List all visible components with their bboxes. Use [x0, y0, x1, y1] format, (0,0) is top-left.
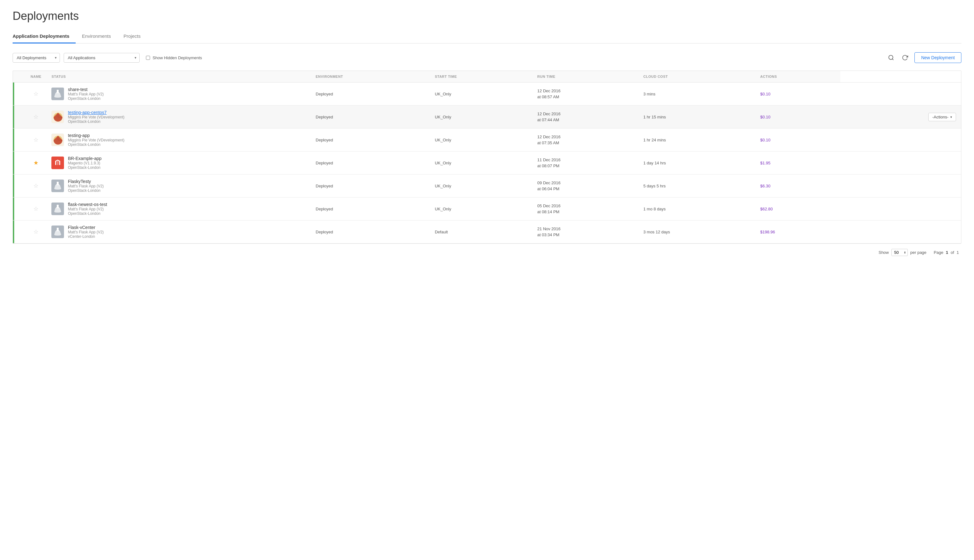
- app-infra: OpenStack-London: [68, 211, 107, 216]
- star-cell: ★: [25, 152, 46, 175]
- star-cell: ☆: [25, 105, 46, 128]
- star-toggle[interactable]: ☆: [33, 183, 38, 189]
- table-row: ☆ testing-app-centos7 Miggins Pie Vote: [13, 105, 961, 128]
- svg-point-0: [889, 55, 893, 60]
- app-sub-name: Matt's Flask App (V2): [68, 92, 104, 97]
- run-time-cell: 1 hr 15 mins: [638, 105, 755, 128]
- star-toggle[interactable]: ☆: [33, 206, 38, 212]
- accent-bar-cell: [13, 128, 25, 152]
- app-icon-pie: [52, 133, 64, 146]
- filter-deployments-select[interactable]: All Deployments Active Completed Failed: [13, 53, 60, 63]
- green-accent-bar: [13, 128, 14, 151]
- tab-projects[interactable]: Projects: [117, 30, 147, 43]
- app-name: testing-app: [68, 133, 90, 138]
- green-accent-bar: [13, 83, 14, 105]
- star-cell: ☆: [25, 197, 46, 220]
- refresh-button[interactable]: [900, 53, 909, 62]
- cost-cell: $0.10: [755, 105, 840, 128]
- filter-applications-wrapper: All Applications Matt's Flask App (V2) M…: [63, 53, 140, 63]
- app-infra: OpenStack-London: [68, 142, 124, 147]
- pie-svg-icon: [52, 134, 64, 146]
- green-accent-bar: [13, 152, 14, 174]
- app-name: share-test: [68, 87, 87, 92]
- app-icon-flask: [52, 203, 64, 215]
- star-toggle[interactable]: ☆: [33, 229, 38, 235]
- star-toggle[interactable]: ☆: [33, 114, 38, 120]
- flask-svg-icon: [54, 228, 61, 236]
- env-cell: UK_Only: [429, 197, 532, 220]
- actions-cell: -Actions- ▾: [840, 105, 961, 128]
- star-toggle[interactable]: ☆: [33, 91, 38, 97]
- page-container: Deployments Application Deployments Envi…: [0, 0, 974, 560]
- deployments-table: NAME STATUS ENVIRONMENT START TIME RUN T…: [13, 71, 961, 243]
- per-page-select[interactable]: 50 25 100: [891, 249, 908, 256]
- status-cell: Deployed: [311, 128, 430, 152]
- status-cell: Deployed: [311, 220, 430, 243]
- cost-cell: $6.30: [755, 175, 840, 197]
- app-info: Flask-vCenter Matt's Flask App (V2) vCen…: [52, 225, 306, 239]
- app-sub-name: Matt's Flask App (V2): [68, 207, 107, 211]
- flask-svg-icon: [54, 205, 61, 213]
- app-info-text: share-test Matt's Flask App (V2) OpenSta…: [68, 87, 104, 101]
- name-cell: testing-app-centos7 Miggins Pie Vote (VD…: [46, 105, 311, 128]
- page-title: Deployments: [13, 10, 961, 23]
- star-toggle[interactable]: ☆: [33, 137, 38, 143]
- pagination-show-label: Show: [879, 250, 889, 255]
- flask-svg-icon: [54, 182, 61, 190]
- star-cell: ☆: [25, 175, 46, 197]
- env-cell: UK_Only: [429, 128, 532, 152]
- run-time-cell: 3 mos 12 days: [638, 220, 755, 243]
- green-accent-bar: [13, 105, 14, 128]
- env-cell: UK_Only: [429, 83, 532, 105]
- app-infra: OpenStack-London: [68, 119, 124, 124]
- table-row: ☆ testing-app Miggins Pie Vote (VDevelo: [13, 128, 961, 152]
- tabs-container: Application Deployments Environments Pro…: [13, 30, 961, 43]
- cost-cell: $62.80: [755, 197, 840, 220]
- refresh-icon: [902, 55, 908, 61]
- app-icon-flask: [52, 225, 64, 238]
- app-infra: OpenStack-London: [68, 165, 102, 170]
- col-name: NAME: [25, 71, 46, 83]
- search-button[interactable]: [887, 53, 895, 62]
- new-deployment-button[interactable]: New Deployment: [914, 52, 961, 63]
- start-time-cell: 11 Dec 2016at 08:07 PM: [532, 152, 638, 175]
- app-name-link[interactable]: testing-app-centos7: [68, 110, 107, 115]
- search-icon: [888, 55, 894, 61]
- actions-cell: [840, 175, 961, 197]
- svg-rect-10: [57, 205, 58, 208]
- actions-dropdown[interactable]: -Actions- ▾: [928, 113, 956, 121]
- name-cell: share-test Matt's Flask App (V2) OpenSta…: [46, 83, 311, 105]
- green-accent-bar: [13, 220, 14, 243]
- app-name: flask-newest-os-test: [68, 202, 107, 207]
- start-time-cell: 12 Dec 2016at 07:44 AM: [532, 105, 638, 128]
- cost-cell: $198.96: [755, 220, 840, 243]
- app-name: BR-Example-app: [68, 156, 102, 161]
- accent-bar-cell: [13, 175, 25, 197]
- run-time-cell: 1 mo 8 days: [638, 197, 755, 220]
- svg-rect-9: [56, 184, 59, 185]
- table-header-row: NAME STATUS ENVIRONMENT START TIME RUN T…: [13, 71, 961, 83]
- tab-environments[interactable]: Environments: [76, 30, 117, 43]
- pagination-total-pages: 1: [957, 250, 959, 255]
- magento-svg-icon: [54, 159, 62, 167]
- star-toggle[interactable]: ★: [33, 160, 38, 166]
- app-sub-name: Matt's Flask App (V2): [68, 184, 104, 188]
- show-hidden-checkbox[interactable]: [146, 56, 150, 60]
- accent-bar-cell: [13, 83, 25, 105]
- app-info: flask-newest-os-test Matt's Flask App (V…: [52, 202, 306, 216]
- name-cell: FlaskyTesty Matt's Flask App (V2) OpenSt…: [46, 175, 311, 197]
- env-cell: UK_Only: [429, 105, 532, 128]
- app-info: testing-app-centos7 Miggins Pie Vote (VD…: [52, 110, 306, 124]
- filter-applications-select[interactable]: All Applications Matt's Flask App (V2) M…: [63, 53, 140, 63]
- cost-cell: $1.95: [755, 152, 840, 175]
- col-environment: ENVIRONMENT: [311, 71, 430, 83]
- tab-application-deployments[interactable]: Application Deployments: [13, 30, 76, 43]
- accent-bar-cell: [13, 220, 25, 243]
- app-info: share-test Matt's Flask App (V2) OpenSta…: [52, 87, 306, 101]
- star-cell: ☆: [25, 128, 46, 152]
- star-cell: ☆: [25, 220, 46, 243]
- status-cell: Deployed: [311, 152, 430, 175]
- name-cell: BR-Example-app Magento (V1.1.9.3) OpenSt…: [46, 152, 311, 175]
- app-name: FlaskyTesty: [68, 179, 91, 184]
- flask-svg-icon: [54, 90, 61, 98]
